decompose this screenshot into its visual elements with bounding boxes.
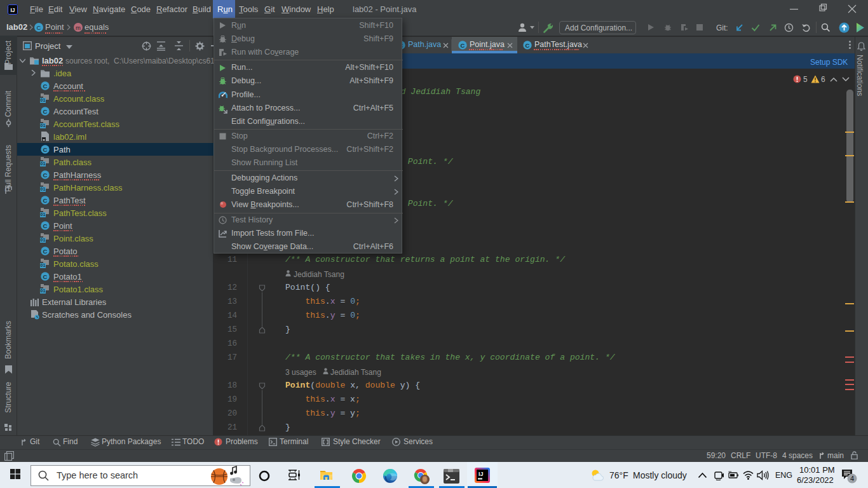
- svg-text:m: m: [76, 24, 81, 31]
- svg-text:IJ: IJ: [478, 471, 484, 477]
- svg-text:4: 4: [850, 475, 854, 482]
- svg-text:C: C: [37, 24, 41, 31]
